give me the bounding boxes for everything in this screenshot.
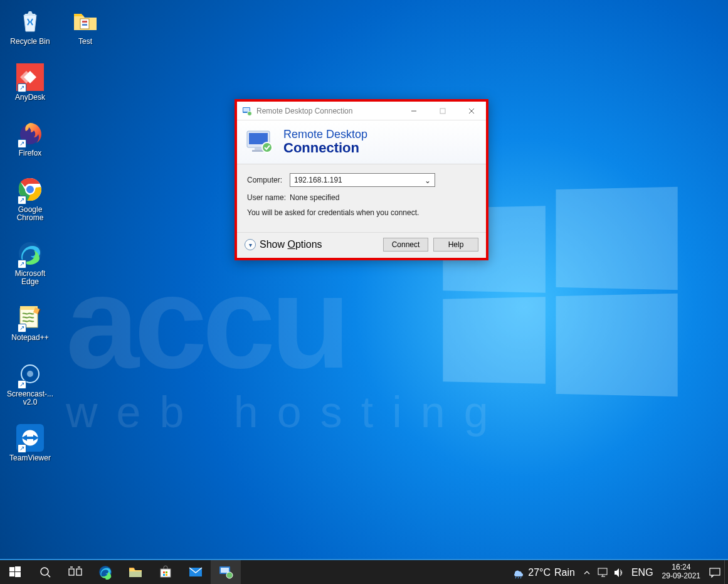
dialog-body: Computer: 192.168.1.191 ⌄ User name: Non… <box>237 164 486 232</box>
svg-rect-41 <box>221 568 229 573</box>
svg-rect-27 <box>9 572 14 576</box>
show-options-toggle[interactable]: ▾ Show Options <box>245 239 322 250</box>
weather-widget[interactable]: 27°C Rain <box>508 560 579 584</box>
chevron-down-icon: ⌄ <box>425 176 431 185</box>
tray-monitor-icon[interactable] <box>595 560 611 584</box>
rdc-dialog-highlight: Remote Desktop Connection Remote Desktop… <box>235 99 488 260</box>
taskbar-app-edge[interactable] <box>90 560 120 584</box>
tray-language[interactable]: ENG <box>628 560 657 584</box>
username-value: None specified <box>290 193 339 202</box>
svg-rect-17 <box>243 108 250 112</box>
desktop-icon-recycle-bin[interactable]: Recycle Bin <box>6 8 54 46</box>
maximize-button[interactable] <box>428 102 457 120</box>
svg-rect-25 <box>9 567 14 571</box>
desktop-icon-label: Recycle Bin <box>10 38 50 46</box>
banner-line1: Remote Desktop <box>283 128 367 141</box>
rdc-banner-icon <box>246 130 275 154</box>
dialog-titlebar[interactable]: Remote Desktop Connection <box>237 102 486 120</box>
desktop-icon-test-folder[interactable]: Test <box>61 8 109 46</box>
desktop-icon-anydesk[interactable]: AnyDesk <box>6 63 54 102</box>
accu-watermark: accu web hosting <box>66 276 703 437</box>
close-button[interactable] <box>457 102 486 120</box>
desktop[interactable]: accu web hosting Recycle Bin AnyDesk Fir… <box>0 0 728 559</box>
show-options-label: Show Options <box>260 239 322 250</box>
tray-volume-icon[interactable] <box>611 560 628 584</box>
svg-rect-30 <box>69 569 74 575</box>
desktop-icon-label: Test <box>78 38 92 46</box>
remote-desktop-dialog: Remote Desktop Connection Remote Desktop… <box>237 102 486 258</box>
desktop-icon-label: Notepad++ <box>11 334 48 342</box>
svg-point-29 <box>41 568 48 575</box>
desktop-icon-notepadpp[interactable]: Notepad++ <box>6 304 54 342</box>
show-desktop-button[interactable] <box>724 560 728 584</box>
connect-button[interactable]: Connect <box>383 238 428 252</box>
svg-point-42 <box>226 572 233 578</box>
desktop-icon-firefox[interactable]: Firefox <box>6 119 54 157</box>
minimize-button[interactable] <box>399 102 428 120</box>
desktop-icon-label: AnyDesk <box>15 93 45 102</box>
desktop-icon-edge[interactable]: Microsoft Edge <box>6 240 54 286</box>
weather-temp: 27°C <box>528 567 551 578</box>
taskbar-app-explorer[interactable] <box>120 560 150 584</box>
rdc-titlebar-icon <box>242 106 252 116</box>
task-view-button[interactable] <box>60 560 90 584</box>
username-label: User name: <box>247 193 290 202</box>
svg-point-18 <box>248 111 252 115</box>
desktop-icon-label: Firefox <box>19 149 42 157</box>
tray-overflow[interactable] <box>579 560 595 584</box>
svg-rect-35 <box>163 571 165 573</box>
computer-combobox[interactable]: 192.168.1.191 ⌄ <box>290 173 435 187</box>
help-button[interactable]: Help <box>433 238 478 252</box>
desktop-icon-label: Google Chrome <box>6 206 54 222</box>
svg-rect-43 <box>598 568 607 575</box>
dialog-banner: Remote Desktop Connection <box>237 120 486 164</box>
svg-rect-14 <box>82 21 87 23</box>
taskbar-app-rdc[interactable] <box>211 560 241 584</box>
svg-rect-33 <box>129 571 142 577</box>
computer-label: Computer: <box>247 176 290 184</box>
svg-rect-19 <box>440 109 445 114</box>
start-button[interactable] <box>0 560 30 584</box>
edge-icon <box>16 240 44 267</box>
svg-rect-44 <box>710 568 720 575</box>
svg-rect-36 <box>166 571 167 573</box>
anydesk-icon <box>16 63 44 91</box>
svg-rect-15 <box>82 24 87 26</box>
desktop-icon-teamviewer[interactable]: TeamViewer <box>6 424 54 462</box>
taskbar[interactable]: 27°C Rain ENG 16:24 29-09-2021 <box>0 559 728 584</box>
desktop-icons-column-2: Test <box>61 8 109 46</box>
taskbar-app-mail[interactable] <box>181 560 211 584</box>
firefox-icon <box>16 119 44 147</box>
notepadpp-icon <box>16 304 44 331</box>
svg-rect-26 <box>15 566 21 571</box>
screencast-icon <box>16 360 44 388</box>
svg-point-9 <box>27 371 33 377</box>
dialog-title-text: Remote Desktop Connection <box>256 107 352 115</box>
desktop-icon-label: Screencast-... v2.0 <box>6 390 54 406</box>
banner-line2: Connection <box>283 141 367 155</box>
clock-time: 16:24 <box>672 563 690 572</box>
clock-date: 29-09-2021 <box>662 572 700 581</box>
action-center-button[interactable] <box>705 560 724 584</box>
desktop-icon-label: Microsoft Edge <box>6 270 54 286</box>
svg-point-24 <box>262 142 272 152</box>
svg-rect-22 <box>255 147 262 150</box>
svg-rect-38 <box>166 574 167 576</box>
search-button[interactable] <box>30 560 60 584</box>
chrome-icon <box>16 176 44 203</box>
svg-rect-31 <box>76 569 82 575</box>
tray-clock[interactable]: 16:24 29-09-2021 <box>657 560 705 584</box>
desktop-icon-label: TeamViewer <box>9 454 51 462</box>
svg-rect-28 <box>15 572 21 577</box>
credentials-hint: You will be asked for credentials when y… <box>247 208 476 217</box>
dialog-footer: ▾ Show Options Connect Help <box>237 232 486 258</box>
taskbar-app-store[interactable] <box>150 560 181 584</box>
folder-icon <box>71 8 99 35</box>
desktop-icon-chrome[interactable]: Google Chrome <box>6 176 54 222</box>
desktop-icon-screencast[interactable]: Screencast-... v2.0 <box>6 360 54 406</box>
svg-rect-37 <box>163 574 165 576</box>
teamviewer-icon <box>16 424 44 452</box>
weather-cond: Rain <box>554 567 575 578</box>
recycle-bin-icon <box>16 8 44 35</box>
computer-value: 192.168.1.191 <box>294 176 342 184</box>
